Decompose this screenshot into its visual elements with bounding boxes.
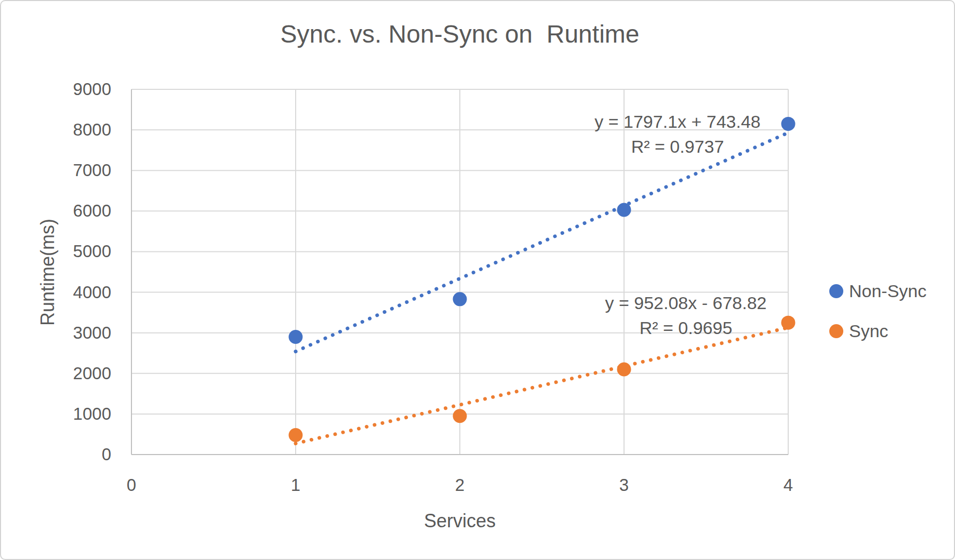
data-point-sync: [289, 428, 303, 442]
r-squared-sync: R² = 0.9695: [556, 315, 816, 340]
data-point-sync: [453, 409, 467, 423]
legend-item-sync: Sync: [829, 320, 888, 342]
data-point-non-sync: [453, 292, 467, 306]
y-tick-label: 9000: [28, 78, 111, 101]
x-axis-title: Services: [132, 510, 787, 532]
y-tick-label: 1000: [28, 403, 111, 425]
x-tick-label: 0: [100, 474, 163, 497]
y-tick-label: 8000: [28, 118, 111, 141]
x-tick-label: 1: [264, 474, 327, 497]
trendline-sync: [296, 328, 788, 444]
legend-label: Non-Sync: [849, 281, 926, 301]
x-tick-label: 4: [757, 474, 819, 497]
y-tick-label: 0: [28, 443, 111, 466]
x-tick-label: 3: [593, 474, 655, 497]
y-tick-label: 2000: [28, 362, 111, 385]
x-tick-label: 2: [429, 474, 491, 497]
y-axis-title: Runtime(ms): [35, 189, 61, 355]
scatter-chart: Sync. vs. Non-Sync on Runtime 0100020003…: [0, 0, 955, 560]
trendline-equation-nonsync: y = 1797.1x + 743.48: [548, 109, 807, 134]
r-squared-nonsync: R² = 0.9737: [548, 134, 807, 159]
legend-marker-icon: [829, 324, 843, 338]
legend-label: Sync: [849, 321, 888, 341]
legend-item-non-sync: Non-Sync: [829, 280, 926, 302]
legend-marker-icon: [829, 284, 843, 298]
data-point-sync: [617, 362, 631, 376]
data-point-non-sync: [289, 330, 303, 344]
trendline-annotation-sync: y = 952.08x - 678.82 R² = 0.9695: [556, 290, 816, 340]
trendline-equation-sync: y = 952.08x - 678.82: [556, 290, 816, 315]
y-tick-label: 7000: [28, 159, 111, 182]
data-point-non-sync: [617, 203, 631, 217]
trendline-annotation-nonsync: y = 1797.1x + 743.48 R² = 0.9737: [548, 109, 807, 159]
